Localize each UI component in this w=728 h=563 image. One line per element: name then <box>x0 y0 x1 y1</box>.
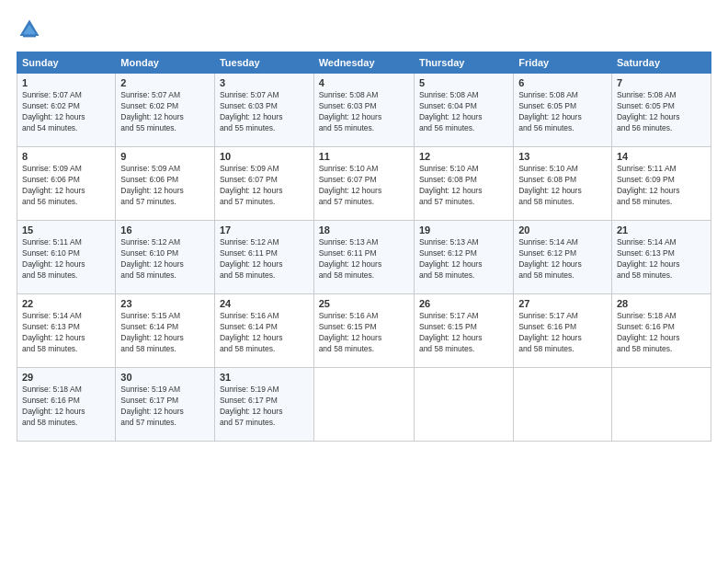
day-detail: Sunrise: 5:10 AMSunset: 6:08 PMDaylight:… <box>419 164 508 208</box>
calendar-cell: 8Sunrise: 5:09 AMSunset: 6:06 PMDaylight… <box>17 147 116 221</box>
calendar-cell: 15Sunrise: 5:11 AMSunset: 6:10 PMDayligh… <box>17 221 116 294</box>
day-detail: Sunrise: 5:14 AMSunset: 6:13 PMDaylight:… <box>617 237 706 282</box>
svg-rect-2 <box>23 35 36 38</box>
day-detail: Sunrise: 5:13 AMSunset: 6:11 PMDaylight:… <box>319 237 409 282</box>
day-number: 6 <box>518 77 607 88</box>
calendar-cell: 28Sunrise: 5:18 AMSunset: 6:16 PMDayligh… <box>611 294 711 368</box>
day-detail: Sunrise: 5:09 AMSunset: 6:07 PMDaylight:… <box>220 164 309 208</box>
day-number: 5 <box>419 77 508 88</box>
day-number: 24 <box>220 298 309 309</box>
day-number: 31 <box>220 372 309 383</box>
calendar-cell: 22Sunrise: 5:14 AMSunset: 6:13 PMDayligh… <box>17 294 116 368</box>
day-detail: Sunrise: 5:19 AMSunset: 6:17 PMDaylight:… <box>120 385 210 429</box>
logo-icon <box>17 17 42 42</box>
calendar-cell: 3Sunrise: 5:07 AMSunset: 6:03 PMDaylight… <box>214 74 313 147</box>
day-number: 1 <box>22 77 110 88</box>
calendar-cell: 5Sunrise: 5:08 AMSunset: 6:04 PMDaylight… <box>414 74 513 147</box>
calendar-cell: 25Sunrise: 5:16 AMSunset: 6:15 PMDayligh… <box>313 294 414 368</box>
day-number: 8 <box>22 151 110 162</box>
col-header-thursday: Thursday <box>414 52 513 74</box>
day-number: 16 <box>120 224 210 236</box>
calendar-cell <box>313 368 414 442</box>
col-header-saturday: Saturday <box>611 52 711 74</box>
calendar-cell: 16Sunrise: 5:12 AMSunset: 6:10 PMDayligh… <box>116 221 215 294</box>
day-number: 7 <box>617 77 706 88</box>
calendar-cell: 17Sunrise: 5:12 AMSunset: 6:11 PMDayligh… <box>214 221 313 294</box>
day-detail: Sunrise: 5:09 AMSunset: 6:06 PMDaylight:… <box>22 164 110 208</box>
day-detail: Sunrise: 5:19 AMSunset: 6:17 PMDaylight:… <box>220 385 309 429</box>
day-detail: Sunrise: 5:12 AMSunset: 6:10 PMDaylight:… <box>120 237 210 282</box>
day-number: 28 <box>617 298 706 309</box>
day-number: 14 <box>617 151 706 162</box>
calendar-week-4: 22Sunrise: 5:14 AMSunset: 6:13 PMDayligh… <box>17 294 711 368</box>
day-number: 20 <box>518 224 607 236</box>
calendar-cell: 1Sunrise: 5:07 AMSunset: 6:02 PMDaylight… <box>17 74 116 147</box>
day-detail: Sunrise: 5:14 AMSunset: 6:13 PMDaylight:… <box>22 311 110 355</box>
calendar-cell: 24Sunrise: 5:16 AMSunset: 6:14 PMDayligh… <box>214 294 313 368</box>
day-number: 9 <box>120 151 210 162</box>
day-detail: Sunrise: 5:07 AMSunset: 6:02 PMDaylight:… <box>120 90 210 134</box>
calendar-cell <box>414 368 513 442</box>
calendar-cell: 2Sunrise: 5:07 AMSunset: 6:02 PMDaylight… <box>116 74 215 147</box>
header <box>17 17 711 42</box>
day-number: 25 <box>319 298 409 309</box>
calendar-week-3: 15Sunrise: 5:11 AMSunset: 6:10 PMDayligh… <box>17 221 711 294</box>
day-number: 22 <box>22 298 110 309</box>
day-detail: Sunrise: 5:10 AMSunset: 6:07 PMDaylight:… <box>319 164 409 208</box>
calendar-cell: 27Sunrise: 5:17 AMSunset: 6:16 PMDayligh… <box>514 294 612 368</box>
day-number: 23 <box>120 298 210 309</box>
calendar-cell: 20Sunrise: 5:14 AMSunset: 6:12 PMDayligh… <box>514 221 612 294</box>
day-number: 15 <box>22 224 110 236</box>
calendar-cell <box>514 368 612 442</box>
calendar-cell: 11Sunrise: 5:10 AMSunset: 6:07 PMDayligh… <box>313 147 414 221</box>
calendar-cell: 19Sunrise: 5:13 AMSunset: 6:12 PMDayligh… <box>414 221 513 294</box>
day-number: 10 <box>220 151 309 162</box>
day-number: 21 <box>617 224 706 236</box>
calendar-cell: 23Sunrise: 5:15 AMSunset: 6:14 PMDayligh… <box>116 294 215 368</box>
day-detail: Sunrise: 5:16 AMSunset: 6:15 PMDaylight:… <box>319 311 409 355</box>
calendar-cell: 18Sunrise: 5:13 AMSunset: 6:11 PMDayligh… <box>313 221 414 294</box>
calendar-cell: 9Sunrise: 5:09 AMSunset: 6:06 PMDaylight… <box>116 147 215 221</box>
col-header-monday: Monday <box>116 52 215 74</box>
day-number: 4 <box>319 77 409 88</box>
calendar-cell: 13Sunrise: 5:10 AMSunset: 6:08 PMDayligh… <box>514 147 612 221</box>
day-detail: Sunrise: 5:16 AMSunset: 6:14 PMDaylight:… <box>220 311 309 355</box>
calendar-cell: 12Sunrise: 5:10 AMSunset: 6:08 PMDayligh… <box>414 147 513 221</box>
calendar-cell: 30Sunrise: 5:19 AMSunset: 6:17 PMDayligh… <box>116 368 215 442</box>
day-number: 18 <box>319 224 409 236</box>
col-header-wednesday: Wednesday <box>313 52 414 74</box>
day-detail: Sunrise: 5:12 AMSunset: 6:11 PMDaylight:… <box>220 237 309 282</box>
day-number: 3 <box>220 77 309 88</box>
calendar-header-row: SundayMondayTuesdayWednesdayThursdayFrid… <box>17 52 711 74</box>
day-detail: Sunrise: 5:18 AMSunset: 6:16 PMDaylight:… <box>22 385 110 429</box>
day-detail: Sunrise: 5:10 AMSunset: 6:08 PMDaylight:… <box>518 164 607 208</box>
day-detail: Sunrise: 5:08 AMSunset: 6:04 PMDaylight:… <box>419 90 508 134</box>
calendar-week-5: 29Sunrise: 5:18 AMSunset: 6:16 PMDayligh… <box>17 368 711 442</box>
day-number: 11 <box>319 151 409 162</box>
calendar-week-2: 8Sunrise: 5:09 AMSunset: 6:06 PMDaylight… <box>17 147 711 221</box>
day-detail: Sunrise: 5:11 AMSunset: 6:10 PMDaylight:… <box>22 237 110 282</box>
day-number: 13 <box>518 151 607 162</box>
day-number: 29 <box>22 372 110 383</box>
calendar-cell: 26Sunrise: 5:17 AMSunset: 6:15 PMDayligh… <box>414 294 513 368</box>
calendar-week-1: 1Sunrise: 5:07 AMSunset: 6:02 PMDaylight… <box>17 74 711 147</box>
day-detail: Sunrise: 5:07 AMSunset: 6:03 PMDaylight:… <box>220 90 309 134</box>
day-number: 30 <box>120 372 210 383</box>
logo <box>17 17 46 42</box>
day-detail: Sunrise: 5:15 AMSunset: 6:14 PMDaylight:… <box>120 311 210 355</box>
calendar-cell: 31Sunrise: 5:19 AMSunset: 6:17 PMDayligh… <box>214 368 313 442</box>
calendar-table: SundayMondayTuesdayWednesdayThursdayFrid… <box>17 52 711 442</box>
calendar-cell: 14Sunrise: 5:11 AMSunset: 6:09 PMDayligh… <box>611 147 711 221</box>
day-detail: Sunrise: 5:08 AMSunset: 6:05 PMDaylight:… <box>518 90 607 134</box>
day-detail: Sunrise: 5:11 AMSunset: 6:09 PMDaylight:… <box>617 164 706 208</box>
calendar-cell <box>611 368 711 442</box>
day-detail: Sunrise: 5:07 AMSunset: 6:02 PMDaylight:… <box>22 90 110 134</box>
day-number: 19 <box>419 224 508 236</box>
day-detail: Sunrise: 5:18 AMSunset: 6:16 PMDaylight:… <box>617 311 706 355</box>
day-detail: Sunrise: 5:09 AMSunset: 6:06 PMDaylight:… <box>120 164 210 208</box>
calendar-cell: 6Sunrise: 5:08 AMSunset: 6:05 PMDaylight… <box>514 74 612 147</box>
page: SundayMondayTuesdayWednesdayThursdayFrid… <box>0 0 728 563</box>
day-detail: Sunrise: 5:08 AMSunset: 6:05 PMDaylight:… <box>617 90 706 134</box>
day-number: 2 <box>120 77 210 88</box>
day-detail: Sunrise: 5:13 AMSunset: 6:12 PMDaylight:… <box>419 237 508 282</box>
